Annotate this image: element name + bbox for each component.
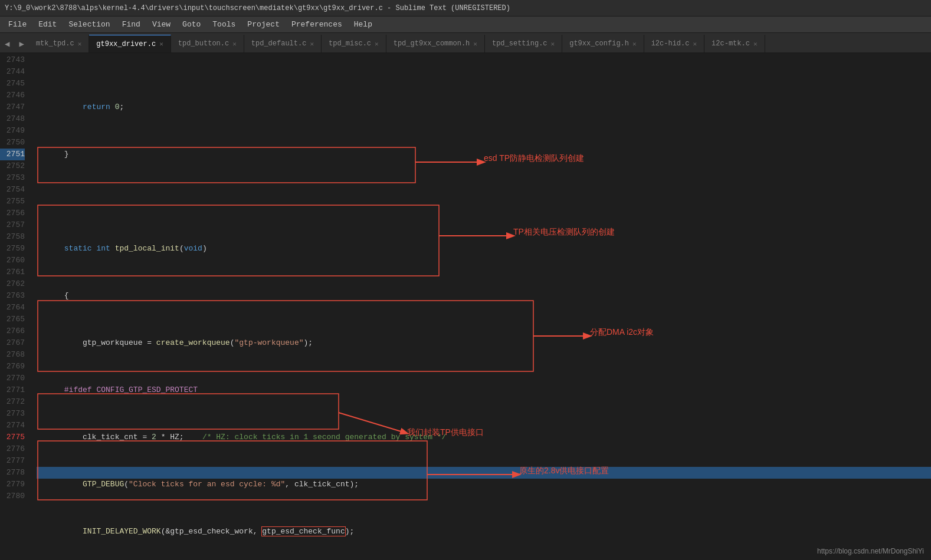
annotation-charger: TP相关电压检测队列的创建 [513,227,615,238]
menu-selection[interactable]: Selection [63,18,116,31]
code-line-2745 [37,184,931,196]
menu-project[interactable]: Project [241,18,286,31]
tab-i2c-mtk[interactable]: i2c-mtk.c ✕ [704,35,765,52]
code-line-2751: GTP_DEBUG("Clock ticks for an esd cycle:… [37,467,931,479]
code-line-2747: { [37,278,931,290]
code-line-2746: static int tpd_local_init(void) [37,231,931,243]
menu-find[interactable]: Find [116,18,146,31]
menu-help[interactable]: Help [348,18,378,31]
tabsbar: ◀ ▶ mtk_tpd.c ✕ gt9xx_driver.c ✕ tpd_but… [0,33,931,53]
tab-mtk-tpd[interactable]: mtk_tpd.c ✕ [29,35,89,52]
annotation-esd: esd TP防静电检测队列创建 [484,153,584,164]
menu-edit[interactable]: Edit [32,18,63,31]
tab-nav-right[interactable]: ▶ [14,35,28,52]
tab-close-tpd-default[interactable]: ✕ [310,40,314,48]
tab-close-mtk-tpd[interactable]: ✕ [78,40,82,48]
menu-view[interactable]: View [146,18,176,31]
code-line-2743: return 0; [37,90,931,101]
titlebar: Y:\9_0\work2\8788\alps\kernel-4.4\driver… [0,0,931,17]
menu-tools[interactable]: Tools [206,18,241,31]
menu-preferences[interactable]: Preferences [286,18,348,31]
code-line-2749: #ifdef CONFIG_GTP_ESD_PROTECT [37,373,931,384]
tab-tpd-misc[interactable]: tpd_misc.c ✕ [322,35,386,52]
code-line-2750: clk_tick_cnt = 2 * HZ; /* HZ: clock tick… [37,420,931,431]
tab-close-tpd-setting[interactable]: ✕ [551,40,555,48]
tab-tpd-default[interactable]: tpd_default.c ✕ [244,35,322,52]
menu-goto[interactable]: Goto [176,18,206,31]
tab-tpd-button[interactable]: tpd_button.c ✕ [171,35,244,52]
editor: 2743 2744 2745 2746 2747 2748 2749 2750 … [0,53,931,560]
menu-file[interactable]: File [2,18,32,31]
tab-close-gt9xx-config[interactable]: ✕ [632,40,637,48]
title-text: Y:\9_0\work2\8788\alps\kernel-4.4\driver… [5,4,510,12]
code-line-2752: INIT_DELAYED_WORK(&gtp_esd_check_work, g… [37,514,931,526]
tab-tpd-setting[interactable]: tpd_setting.c ✕ [485,35,562,52]
menubar: File Edit Selection Find View Goto Tools… [0,17,931,33]
tab-close-i2c-mtk[interactable]: ✕ [753,40,758,48]
tab-close-i2c-hid[interactable]: ✕ [693,40,697,48]
annotation-power: 我们封装TP供电接口 [407,427,484,438]
tab-close-tpd-misc[interactable]: ✕ [375,40,379,48]
code-line-2744: } [37,137,931,149]
annotation-native-power: 原生的2.8v供电接口配置 [519,466,609,476]
tab-tpd-gt9xx-common[interactable]: tpd_gt9xx_common.h ✕ [386,35,485,52]
tab-close-tpd-button[interactable]: ✕ [232,40,237,48]
tab-gt9xx-config[interactable]: gt9xx_config.h ✕ [562,35,644,52]
tab-gt9xx-driver[interactable]: gt9xx_driver.c ✕ [89,35,171,52]
tab-close-tpd-gt9xx-common[interactable]: ✕ [473,40,477,48]
code-line-2748: gtp_workqueue = create_workqueue("gtp-wo… [37,325,931,337]
watermark: https://blog.csdn.net/MrDongShiYi [817,547,924,555]
tab-i2c-hid[interactable]: i2c-hid.c ✕ [644,35,704,52]
tab-nav-left[interactable]: ◀ [0,35,14,52]
annotation-dma: 分配DMA i2c对象 [590,327,654,338]
tab-close-gt9xx-driver[interactable]: ✕ [159,40,163,48]
line-numbers: 2743 2744 2745 2746 2747 2748 2749 2750 … [0,53,31,560]
code-content[interactable]: return 0; } static int tpd_local_init(vo… [31,53,931,560]
